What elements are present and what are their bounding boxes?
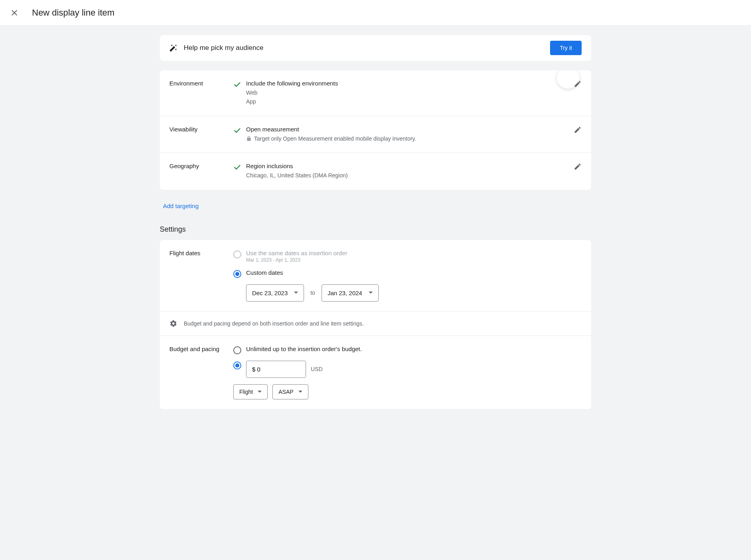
targeting-row-viewability: Viewability Open measurement Target only… bbox=[160, 116, 591, 153]
budget-pacing-row: Budget and pacing Unlimited up to the in… bbox=[160, 336, 591, 409]
budget-label: Budget and pacing bbox=[169, 346, 233, 399]
flight-dates-label: Flight dates bbox=[169, 250, 233, 302]
wand-icon bbox=[169, 44, 177, 52]
radio-sublabel: Mar 1, 2023 - Apr 1, 2023 bbox=[246, 257, 347, 263]
chevron-down-icon bbox=[294, 291, 298, 295]
date-separator: to bbox=[310, 290, 315, 296]
start-date-value: Dec 23, 2023 bbox=[252, 290, 288, 296]
currency-label: USD bbox=[311, 366, 323, 372]
edit-button-viewability[interactable] bbox=[574, 126, 582, 134]
dropdown-value: ASAP bbox=[278, 389, 293, 395]
radio-label: Unlimited up to the insertion order's bu… bbox=[246, 346, 362, 352]
targeting-row-geography: Geography Region inclusions Chicago, IL,… bbox=[160, 153, 591, 189]
chevron-down-icon bbox=[369, 291, 373, 295]
help-banner-card: Help me pick my audience Try it bbox=[160, 35, 591, 61]
check-icon bbox=[233, 127, 241, 135]
radio-unlimited[interactable] bbox=[233, 346, 241, 354]
section-line: Chicago, IL, United States (DMA Region) bbox=[246, 171, 582, 180]
radio-label: Use the same dates as insertion order bbox=[246, 250, 347, 256]
section-label: Geography bbox=[169, 163, 233, 180]
edit-button-geography[interactable] bbox=[574, 163, 582, 171]
radio-option-same-dates[interactable]: Use the same dates as insertion order Ma… bbox=[233, 250, 582, 263]
pacing-info-text: Budget and pacing depend on both inserti… bbox=[184, 320, 364, 327]
content-area: Help me pick my audience Try it Environm… bbox=[0, 26, 751, 560]
section-line: App bbox=[246, 97, 582, 106]
settings-heading: Settings bbox=[160, 225, 591, 234]
pacing-rate-dropdown[interactable]: ASAP bbox=[272, 384, 308, 399]
section-heading: Include the following environments bbox=[246, 80, 582, 87]
page-header: New display line item bbox=[0, 0, 751, 26]
section-label: Viewability bbox=[169, 126, 233, 143]
lock-icon bbox=[246, 136, 252, 141]
radio-option-fixed-budget[interactable]: USD bbox=[233, 361, 582, 378]
help-banner-text: Help me pick my audience bbox=[184, 44, 263, 52]
radio-custom-dates[interactable] bbox=[233, 270, 241, 278]
chevron-down-icon bbox=[258, 390, 262, 394]
check-icon bbox=[233, 163, 241, 171]
end-date-value: Jan 23, 2024 bbox=[328, 290, 362, 296]
targeting-card: Environment Include the following enviro… bbox=[160, 70, 591, 190]
radio-option-custom-dates[interactable]: Custom dates bbox=[233, 269, 582, 278]
flight-dates-row: Flight dates Use the same dates as inser… bbox=[160, 240, 591, 312]
pencil-icon bbox=[574, 80, 582, 88]
pacing-info-row: Budget and pacing depend on both inserti… bbox=[160, 312, 591, 336]
radio-option-unlimited[interactable]: Unlimited up to the insertion order's bu… bbox=[233, 346, 582, 354]
pacing-period-dropdown[interactable]: Flight bbox=[233, 384, 268, 399]
radio-fixed-budget[interactable] bbox=[233, 361, 241, 369]
section-heading: Open measurement bbox=[246, 126, 582, 133]
gear-icon bbox=[169, 320, 177, 328]
section-line: Web bbox=[246, 88, 582, 97]
add-targeting-button[interactable]: Add targeting bbox=[158, 199, 203, 212]
close-icon bbox=[10, 8, 19, 18]
targeting-row-environment: Environment Include the following enviro… bbox=[160, 70, 591, 116]
pencil-icon bbox=[574, 163, 582, 171]
radio-label: Custom dates bbox=[246, 269, 283, 276]
try-it-button[interactable]: Try it bbox=[550, 41, 582, 55]
edit-button-environment[interactable] bbox=[574, 80, 582, 88]
check-icon bbox=[233, 81, 241, 89]
dropdown-value: Flight bbox=[239, 389, 253, 395]
radio-same-dates[interactable] bbox=[233, 250, 241, 258]
chevron-down-icon bbox=[298, 390, 302, 394]
end-date-picker[interactable]: Jan 23, 2024 bbox=[322, 284, 379, 302]
start-date-picker[interactable]: Dec 23, 2023 bbox=[246, 284, 304, 302]
section-line-text: Target only Open Measurement enabled mob… bbox=[254, 134, 416, 143]
budget-amount-input[interactable] bbox=[246, 361, 306, 378]
settings-card: Flight dates Use the same dates as inser… bbox=[160, 240, 591, 409]
close-button[interactable] bbox=[10, 8, 19, 18]
section-heading: Region inclusions bbox=[246, 163, 582, 169]
section-label: Environment bbox=[169, 80, 233, 106]
page-title: New display line item bbox=[32, 8, 115, 18]
pencil-icon bbox=[574, 126, 582, 134]
